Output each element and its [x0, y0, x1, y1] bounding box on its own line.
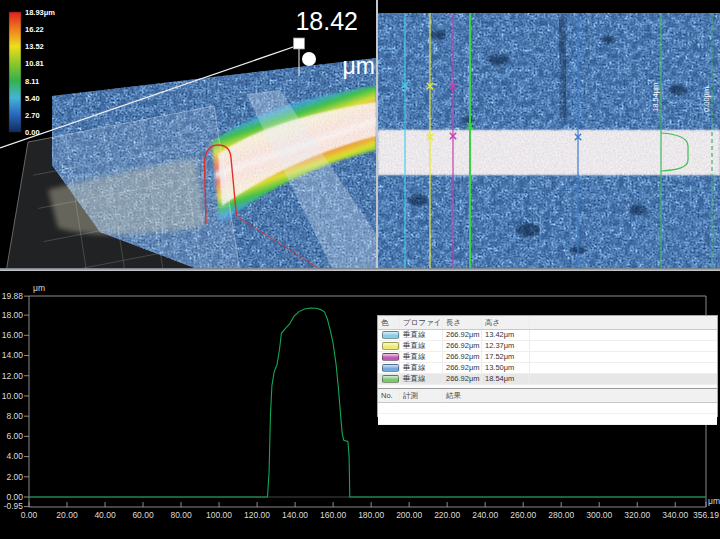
annotation-square-marker[interactable]: [294, 38, 305, 49]
x-tick-label: 340.00: [662, 510, 688, 520]
col-header-kekka: 結果: [443, 389, 717, 402]
x-tick-label: 220.00: [434, 510, 460, 520]
profile-color-swatch: [378, 363, 400, 373]
profile-height: 17.52μm: [482, 352, 530, 362]
profile-result-row[interactable]: 垂直線266.92μm17.52μm: [378, 352, 717, 363]
profile-height: 18.54μm: [482, 374, 530, 384]
x-tick-label: 80.00: [170, 510, 192, 520]
profile-name: 垂直線: [400, 374, 443, 384]
x-axis-unit: μm: [708, 496, 720, 506]
image-top-bar: [378, 0, 720, 13]
y-tick-label: 0.00: [6, 492, 23, 502]
profile-color-swatch: [378, 352, 400, 362]
scale-tick-label: 2.70: [25, 111, 40, 120]
y-tick-label: 6.00: [6, 431, 23, 441]
x-tick-label: 280.00: [548, 510, 574, 520]
profile-height: 12.37μm: [482, 341, 530, 351]
col-header-height: 高さ: [482, 316, 530, 329]
profile-name: 垂直線: [400, 352, 443, 362]
x-tick-label: 260.00: [510, 510, 536, 520]
analyzer-screen: 18.42 μm 18.93μm16.2213.5210.818.115.402…: [0, 0, 720, 539]
scale-tick-label: 18.93μm: [25, 8, 55, 17]
y-tick-label: 18.00: [2, 310, 24, 320]
y-tick-label: 19.88: [2, 291, 24, 301]
peak-height-unit: μm: [343, 53, 375, 79]
x-tick-label: 240.00: [472, 510, 498, 520]
col-header-no: No.: [378, 389, 400, 402]
results-table-header: 色 プロファイル名 長さ 高さ: [378, 316, 717, 330]
x-tick-label: 40.00: [94, 510, 116, 520]
profile-color-swatch: [378, 341, 400, 351]
3d-height-view[interactable]: 18.42 μm 18.93μm16.2213.5210.818.115.402…: [0, 0, 376, 272]
profile-result-row[interactable]: 垂直線266.92μm13.42μm: [378, 330, 717, 341]
scale-tick-label: 13.52: [25, 42, 44, 51]
y-tick-label: 16.00: [2, 330, 24, 340]
panel-divider-vertical: [376, 0, 378, 270]
profile-height: 13.42μm: [482, 330, 530, 340]
col-header-color: 色: [378, 316, 400, 329]
x-tick-label: 300.00: [586, 510, 612, 520]
x-tick-label: 180.00: [358, 510, 384, 520]
col-header-length: 長さ: [443, 316, 482, 329]
y-tick-label: 12.00: [2, 371, 24, 381]
y-tick-label: 10.00: [2, 391, 24, 401]
x-tick-label: 100.00: [206, 510, 232, 520]
profile-color-swatch: [378, 374, 400, 384]
profile-result-row[interactable]: 垂直線266.92μm13.50μm: [378, 363, 717, 374]
x-tick-label: 60.00: [132, 510, 154, 520]
measure-table-header: No. 計測 結果: [378, 389, 717, 403]
profile-length: 266.92μm: [443, 352, 482, 362]
profile-results-table: 色 プロファイル名 長さ 高さ 垂直線266.92μm13.42μm垂直線266…: [378, 316, 717, 385]
peak-height-value: 18.42: [295, 7, 358, 35]
scale-tick-label: 10.81: [25, 59, 44, 68]
scale-tick-label: 16.22: [25, 25, 44, 34]
height-ref-label: 0.00μm: [702, 87, 711, 112]
scale-tick-label: 0.00: [25, 128, 40, 137]
x-tick-label: 120.00: [244, 510, 270, 520]
x-tick-label: 140.00: [282, 510, 308, 520]
y-tick-label: 4.00: [6, 451, 23, 461]
profile-name: 垂直線: [400, 341, 443, 351]
y-tick-label: 2.00: [6, 472, 23, 482]
profile-result-row[interactable]: 垂直線266.92μm18.54μm: [378, 374, 717, 385]
empty-measure-row[interactable]: [378, 403, 717, 414]
profile-result-row[interactable]: 垂直線266.92μm12.37μm: [378, 341, 717, 352]
y-tick-label: 8.00: [6, 411, 23, 421]
scale-tick-label: 5.40: [25, 94, 40, 103]
measurement-results-panel: 色 プロファイル名 長さ 高さ 垂直線266.92μm13.42μm垂直線266…: [377, 315, 718, 417]
annotation-circle-marker[interactable]: [302, 52, 316, 66]
y-tick-label: 14.00: [2, 350, 24, 360]
height-scale-bar: [9, 12, 21, 132]
y-axis-unit: μm: [33, 283, 45, 293]
x-tick-label: 320.00: [624, 510, 650, 520]
profile-length: 266.92μm: [443, 341, 482, 351]
col-header-keisoku: 計測: [400, 389, 443, 402]
col-header-name: プロファイル名: [400, 316, 443, 329]
profile-height: 13.50μm: [482, 363, 530, 373]
profile-name: 垂直線: [400, 330, 443, 340]
scale-tick-label: 8.11: [25, 77, 39, 86]
measure-table: No. 計測 結果: [378, 388, 717, 425]
profile-length: 266.92μm: [443, 330, 482, 340]
profile-color-swatch: [378, 330, 400, 340]
profile-name: 垂直線: [400, 363, 443, 373]
x-tick-label: 20.00: [56, 510, 78, 520]
microscope-image-view[interactable]: 18.54μm0.00μm: [378, 0, 720, 272]
profile-length: 266.92μm: [443, 363, 482, 373]
height-ref-label: 18.54μm: [651, 83, 660, 112]
profile-length: 266.92μm: [443, 374, 482, 384]
x-tick-label: 160.00: [320, 510, 346, 520]
empty-measure-row[interactable]: [378, 414, 717, 425]
x-tick-label: 200.00: [396, 510, 422, 520]
x-tick-label: 0.00: [21, 510, 38, 520]
x-tick-label: 356.19: [693, 510, 719, 520]
